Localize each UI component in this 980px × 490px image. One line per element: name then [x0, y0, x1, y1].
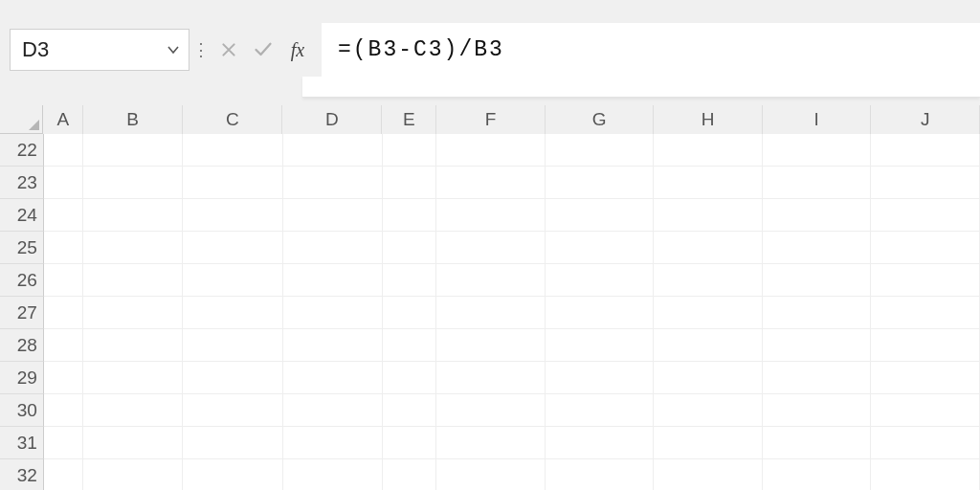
cell[interactable] [546, 297, 655, 329]
cell[interactable] [44, 394, 84, 427]
cell[interactable] [871, 264, 980, 297]
cell[interactable] [83, 134, 183, 167]
cell[interactable] [183, 362, 282, 394]
insert-function-button[interactable]: fx [285, 37, 310, 62]
cell[interactable] [183, 232, 282, 264]
cell[interactable] [763, 394, 872, 427]
cell[interactable] [654, 394, 763, 427]
chevron-down-icon[interactable] [166, 42, 181, 57]
cell[interactable] [183, 134, 282, 167]
cell[interactable] [83, 264, 183, 297]
cell[interactable] [183, 427, 282, 459]
select-all-corner[interactable] [0, 105, 43, 134]
cell[interactable] [383, 394, 437, 427]
cell[interactable] [44, 134, 84, 167]
row-header[interactable]: 26 [0, 264, 44, 297]
cell[interactable] [436, 427, 546, 459]
row-header[interactable]: 29 [0, 362, 44, 394]
cell[interactable] [436, 199, 546, 232]
cell[interactable] [44, 232, 84, 264]
row-header[interactable]: 24 [0, 199, 44, 232]
cell[interactable] [654, 264, 763, 297]
cell[interactable] [283, 297, 383, 329]
cell[interactable] [383, 297, 437, 329]
cell[interactable] [763, 199, 872, 232]
cell[interactable] [283, 394, 383, 427]
cell[interactable] [871, 134, 980, 167]
cell[interactable] [763, 297, 872, 329]
cell[interactable] [383, 459, 437, 490]
cell[interactable] [436, 167, 546, 199]
cell[interactable] [44, 459, 84, 490]
cell[interactable] [83, 427, 183, 459]
cell[interactable] [654, 427, 763, 459]
cell[interactable] [283, 427, 383, 459]
cell[interactable] [654, 199, 763, 232]
cell[interactable] [436, 264, 546, 297]
cell[interactable] [871, 459, 980, 490]
cell[interactable] [283, 134, 383, 167]
cell[interactable] [763, 167, 872, 199]
row-header[interactable]: 23 [0, 167, 44, 199]
cell[interactable] [44, 264, 84, 297]
cell[interactable] [436, 362, 546, 394]
row-header[interactable]: 28 [0, 329, 44, 362]
cell[interactable] [83, 394, 183, 427]
cell[interactable] [763, 264, 872, 297]
cell[interactable] [283, 232, 383, 264]
cell[interactable] [763, 329, 872, 362]
cell[interactable] [44, 329, 84, 362]
cell[interactable] [871, 329, 980, 362]
cell[interactable] [546, 329, 655, 362]
cell[interactable] [383, 264, 437, 297]
cell[interactable] [436, 329, 546, 362]
column-header[interactable]: D [282, 105, 382, 134]
cell[interactable] [546, 232, 655, 264]
row-header[interactable]: 22 [0, 134, 44, 167]
column-header[interactable]: H [654, 105, 763, 134]
cell[interactable] [83, 167, 183, 199]
cell[interactable] [283, 362, 383, 394]
cell[interactable] [83, 459, 183, 490]
cell[interactable] [283, 199, 383, 232]
column-header[interactable]: G [546, 105, 655, 134]
cell[interactable] [44, 167, 84, 199]
cell[interactable] [654, 167, 763, 199]
cell[interactable] [546, 362, 655, 394]
column-header[interactable]: J [871, 105, 980, 134]
cell[interactable] [546, 134, 655, 167]
cell[interactable] [283, 167, 383, 199]
cell[interactable] [83, 232, 183, 264]
column-header[interactable]: F [436, 105, 546, 134]
cell[interactable] [83, 329, 183, 362]
cell[interactable] [546, 394, 655, 427]
cell[interactable] [183, 329, 282, 362]
cell[interactable] [283, 329, 383, 362]
cell[interactable] [546, 427, 655, 459]
cell[interactable] [436, 394, 546, 427]
cell[interactable] [546, 264, 655, 297]
cell[interactable] [871, 232, 980, 264]
cell[interactable] [763, 232, 872, 264]
cell[interactable] [183, 167, 282, 199]
cell[interactable] [383, 427, 437, 459]
cell[interactable] [383, 167, 437, 199]
cell[interactable] [436, 232, 546, 264]
cell[interactable] [183, 459, 282, 490]
cell[interactable] [654, 297, 763, 329]
cell[interactable] [436, 459, 546, 490]
row-header[interactable]: 27 [0, 297, 44, 329]
cell[interactable] [871, 427, 980, 459]
cell[interactable] [546, 167, 655, 199]
row-header[interactable]: 31 [0, 427, 44, 459]
cell[interactable] [383, 199, 437, 232]
formula-input[interactable]: =(B3-C3)/B3 [322, 23, 980, 77]
cell[interactable] [183, 297, 282, 329]
column-header[interactable]: E [382, 105, 436, 134]
cell[interactable] [436, 297, 546, 329]
cell[interactable] [83, 362, 183, 394]
cell[interactable] [871, 167, 980, 199]
cell[interactable] [763, 459, 872, 490]
cell[interactable] [383, 134, 437, 167]
column-header[interactable]: C [183, 105, 282, 134]
